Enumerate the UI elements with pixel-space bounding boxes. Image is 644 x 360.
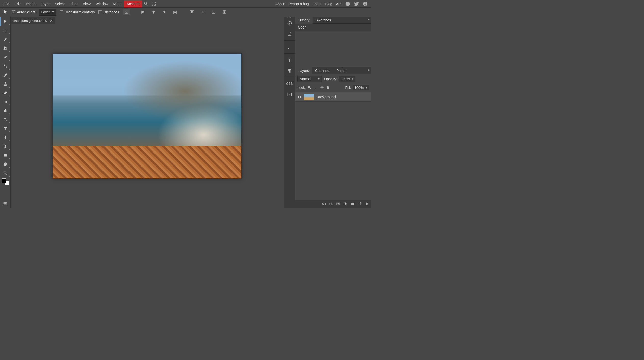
align-center-h-icon[interactable] [150, 9, 157, 15]
menu-more[interactable]: More [111, 1, 124, 7]
effects-icon[interactable]: eff, [329, 202, 333, 205]
brush-panel-icon[interactable] [284, 42, 295, 52]
search-icon[interactable] [144, 1, 148, 6]
layer-name: Background [317, 95, 336, 99]
lock-transparent-icon[interactable] [308, 86, 312, 90]
layer-mask-icon[interactable] [336, 202, 340, 206]
tab-paths[interactable]: Paths [333, 67, 349, 74]
lock-row: Lock: Fill: 100% [295, 84, 371, 92]
tool-clone-stamp[interactable] [0, 79, 10, 88]
svg-point-2 [4, 118, 6, 120]
tool-move[interactable] [0, 17, 10, 26]
paragraph-panel-icon[interactable] [284, 65, 295, 76]
tool-hand[interactable] [0, 160, 10, 169]
image-preview-icon[interactable] [284, 89, 295, 100]
tool-pen[interactable] [0, 133, 10, 142]
panels: >·< History Swatches ≡ Open Layers Chann… [295, 17, 371, 208]
svg-rect-1 [4, 101, 7, 103]
visibility-icon[interactable] [297, 95, 301, 99]
collapse-icon[interactable]: <·> [287, 16, 291, 19]
trash-icon[interactable] [365, 202, 369, 206]
fill-field[interactable]: 100% [353, 85, 369, 90]
foreground-color[interactable] [2, 178, 6, 183]
close-icon[interactable] [50, 19, 53, 22]
link-api[interactable]: API [336, 2, 342, 6]
tool-gradient[interactable] [0, 97, 10, 106]
blend-mode-dropdown[interactable]: Normal [297, 76, 322, 82]
canvas-stage[interactable] [11, 24, 284, 208]
lock-move-icon[interactable] [320, 86, 324, 90]
align-left-icon[interactable] [139, 9, 147, 15]
adjustments-panel-icon[interactable] [284, 29, 295, 39]
twitter-icon[interactable] [354, 1, 359, 6]
tool-eraser[interactable] [0, 88, 10, 97]
panel-menu-icon[interactable]: ≡ [367, 18, 371, 21]
align-top-icon[interactable] [188, 9, 196, 15]
menu-view[interactable]: View [80, 1, 93, 7]
layer-thumbnail[interactable] [304, 94, 314, 100]
canvas-image[interactable] [53, 54, 241, 178]
link-blog[interactable]: Blog [325, 2, 332, 6]
tool-brush[interactable] [0, 71, 10, 79]
document-tab-name: cadaques-ga0e902b89 [13, 19, 47, 23]
opacity-label: Opacity: [324, 77, 337, 81]
adjustment-layer-icon[interactable] [343, 202, 347, 206]
link-about[interactable]: About [275, 2, 285, 6]
menu-account[interactable]: Account [124, 0, 142, 7]
document-tab[interactable]: cadaques-ga0e902b89 [11, 17, 55, 24]
layer-dropdown[interactable]: Layer [39, 9, 56, 16]
auto-select-checkbox[interactable]: Auto-Select [12, 10, 35, 14]
layer-row[interactable]: Background [295, 92, 371, 102]
distances-checkbox[interactable]: Distances [98, 10, 119, 14]
tool-heal[interactable] [0, 62, 10, 71]
reddit-icon[interactable] [345, 1, 350, 6]
align-distribute-v-icon[interactable] [221, 9, 228, 15]
css-panel-icon[interactable]: CSS [284, 78, 295, 89]
tool-keyboard[interactable] [0, 199, 10, 208]
align-middle-icon[interactable] [199, 9, 206, 15]
menu-image[interactable]: Image [23, 1, 38, 7]
fullscreen-icon[interactable] [151, 1, 156, 6]
folder-icon[interactable] [350, 202, 354, 206]
link-layers-icon[interactable] [322, 202, 326, 206]
lock-all-icon[interactable] [326, 86, 330, 90]
tool-zoom[interactable] [0, 169, 10, 177]
info-panel-icon[interactable] [284, 18, 295, 29]
download-button[interactable] [123, 9, 130, 15]
tool-eyedropper[interactable] [0, 53, 10, 62]
svg-point-9 [290, 35, 291, 36]
link-learn[interactable]: Learn [313, 2, 322, 6]
menu-layer[interactable]: Layer [38, 1, 52, 7]
history-item[interactable]: Open [295, 24, 371, 31]
align-bottom-icon[interactable] [210, 9, 217, 15]
tool-rect-select[interactable] [0, 26, 10, 35]
tool-shape[interactable] [0, 151, 10, 160]
panel-menu-icon[interactable]: ≡ [367, 68, 371, 72]
character-panel-icon[interactable] [284, 55, 295, 65]
tool-magic-wand[interactable] [0, 35, 10, 44]
align-distribute-icon[interactable] [172, 9, 179, 15]
tab-channels[interactable]: Channels [312, 67, 333, 74]
tab-layers[interactable]: Layers [295, 67, 312, 74]
opacity-field[interactable]: 100% [339, 76, 355, 82]
tool-blur[interactable] [0, 106, 10, 115]
transform-checkbox[interactable]: Transform controls [60, 10, 95, 14]
new-layer-icon[interactable] [357, 202, 362, 206]
menu-edit[interactable]: Edit [12, 1, 23, 7]
align-right-icon[interactable] [161, 9, 168, 15]
tool-type[interactable] [0, 124, 10, 133]
menu-window[interactable]: Window [93, 1, 111, 7]
opacity-value: 100% [341, 77, 350, 81]
tab-history[interactable]: History [295, 17, 313, 24]
menu-file[interactable]: File [1, 1, 12, 7]
menu-select[interactable]: Select [52, 1, 67, 7]
menu-filter[interactable]: Filter [67, 1, 80, 7]
tool-dodge[interactable] [0, 115, 10, 124]
color-swatch[interactable] [2, 178, 9, 185]
tool-path-select[interactable] [0, 142, 10, 151]
facebook-icon[interactable] [363, 1, 368, 6]
lock-paint-icon[interactable] [314, 86, 318, 90]
tool-crop[interactable] [0, 44, 10, 53]
link-report-bug[interactable]: Report a bug [288, 2, 309, 6]
tab-swatches[interactable]: Swatches [313, 17, 334, 24]
